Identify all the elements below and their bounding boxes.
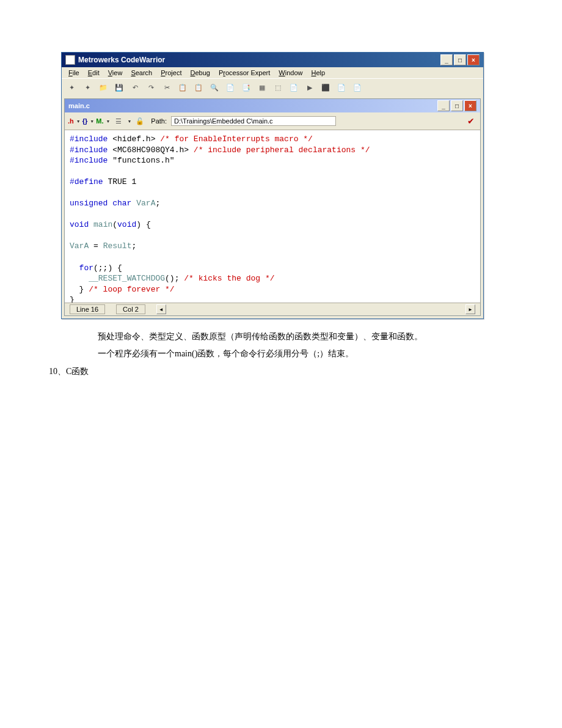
menu-search[interactable]: Search — [128, 68, 155, 77]
editor-pane: main.c _ □ × .h▼ {}▼ M.▼ ☰▼ 🔓 Path: D:\T… — [64, 98, 481, 316]
body-para-1: 预处理命令、类型定义、函数原型（声明传给函数的函数类型和变量）、变量和函数。 — [98, 330, 525, 344]
toolbar-button-1[interactable]: ✦ — [81, 81, 94, 94]
code-editor[interactable]: #include <hidef.h> /* for EnableInterrup… — [65, 130, 480, 303]
path-field[interactable]: D:\Trainings\Embedded C\main.c — [171, 116, 336, 126]
menu-debug[interactable]: Debug — [188, 68, 213, 77]
toolbar-button-10[interactable]: 📄 — [224, 81, 237, 94]
menu-processor-expert[interactable]: Processor Expert — [216, 68, 273, 77]
toolbar-button-7[interactable]: 📋 — [176, 81, 189, 94]
toolbar-button-15[interactable]: ▶ — [303, 81, 316, 94]
toolbar-button-8[interactable]: 📋 — [192, 81, 205, 94]
toolbar-button-0[interactable]: ✦ — [65, 81, 78, 94]
app-icon — [65, 55, 75, 65]
menu-file[interactable]: File — [65, 68, 82, 77]
toolbar-button-5[interactable]: ↷ — [144, 81, 158, 94]
toolbar-button-17[interactable]: 📄 — [335, 81, 348, 94]
main-toolbar: ✦✦📁💾↶↷✂📋📋🔍📄📑▦⬚📄▶⬛📄📄 — [62, 78, 483, 96]
scroll-left-button[interactable]: ◄ — [156, 304, 166, 314]
scroll-right-button[interactable]: ► — [465, 304, 475, 314]
braces-dropdown-icon[interactable]: {} — [82, 117, 88, 125]
toolbar-button-3[interactable]: 💾 — [112, 81, 126, 94]
menu-help[interactable]: Help — [308, 68, 328, 77]
toolbar-button-6[interactable]: ✂ — [160, 81, 173, 94]
menu-window[interactable]: Window — [276, 68, 305, 77]
section-label: 10、C函数 — [49, 366, 525, 377]
codewarrior-window-1: Metrowerks CodeWarrior _ □ × FileEditVie… — [61, 52, 484, 319]
toolbar-button-18[interactable]: 📄 — [351, 81, 364, 94]
editor-minimize-button[interactable]: _ — [437, 100, 450, 111]
editor-close-button[interactable]: × — [464, 100, 476, 111]
editor-tab-title: main.c — [68, 102, 90, 109]
markers-dropdown-icon[interactable]: M. — [96, 117, 103, 125]
titlebar[interactable]: Metrowerks CodeWarrior _ □ × — [62, 53, 483, 67]
lock-icon[interactable]: 🔓 — [133, 114, 147, 128]
body-para-2: 一个程序必须有一个main()函数，每个命令行必须用分号（;）结束。 — [98, 347, 525, 361]
maximize-button[interactable]: □ — [454, 54, 466, 65]
statusbar: Line 16 Col 2 ◄ ► — [65, 303, 480, 315]
toolbar-button-9[interactable]: 🔍 — [208, 81, 221, 94]
close-button[interactable]: × — [467, 54, 480, 65]
menubar: FileEditViewSearchProjectDebugProcessor … — [62, 67, 483, 78]
menu-view[interactable]: View — [105, 68, 126, 77]
check-icon[interactable]: ✔ — [467, 116, 475, 126]
editor-titlebar[interactable]: main.c _ □ × — [65, 99, 480, 112]
toolbar-button-11[interactable]: 📑 — [239, 81, 253, 94]
editor-toolbar: .h▼ {}▼ M.▼ ☰▼ 🔓 Path: D:\Trainings\Embe… — [65, 112, 480, 130]
path-label: Path: — [148, 117, 169, 125]
toolbar-button-13[interactable]: ⬚ — [271, 81, 285, 94]
list-icon[interactable]: ☰ — [112, 114, 125, 128]
menu-project[interactable]: Project — [158, 68, 184, 77]
scrollbar-track[interactable] — [177, 304, 454, 314]
toolbar-button-4[interactable]: ↶ — [128, 81, 142, 94]
editor-maximize-button[interactable]: □ — [451, 100, 463, 111]
toolbar-button-12[interactable]: ▦ — [255, 81, 269, 94]
toolbar-button-16[interactable]: ⬛ — [319, 81, 332, 94]
status-col: Col 2 — [116, 304, 145, 314]
toolbar-button-2[interactable]: 📁 — [97, 81, 110, 94]
toolbar-button-14[interactable]: 📄 — [287, 81, 301, 94]
menu-edit[interactable]: Edit — [85, 68, 103, 77]
minimize-button[interactable]: _ — [440, 54, 453, 65]
header-dropdown-icon[interactable]: .h — [68, 117, 74, 125]
app-title: Metrowerks CodeWarrior — [78, 56, 165, 64]
status-line: Line 16 — [70, 304, 105, 314]
